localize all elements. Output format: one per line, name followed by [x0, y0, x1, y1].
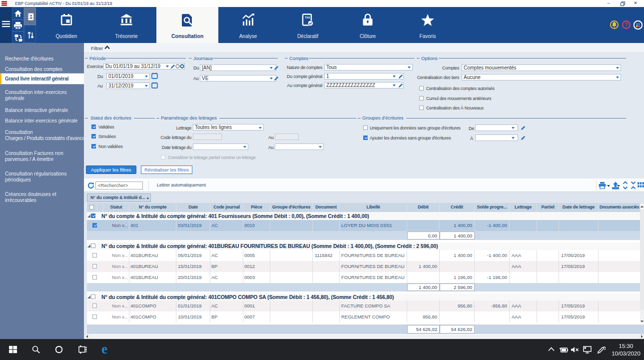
svg-text:?: ?: [625, 22, 628, 28]
svg-text:TAX: TAX: [305, 16, 310, 19]
